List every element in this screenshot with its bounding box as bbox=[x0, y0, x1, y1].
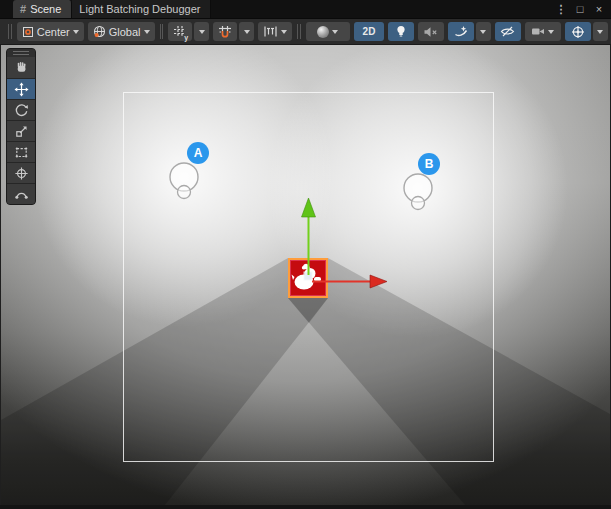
tool-palette bbox=[6, 48, 36, 205]
light-a[interactable] bbox=[166, 159, 202, 205]
dropdown-caret-icon bbox=[332, 30, 338, 34]
pivot-icon bbox=[22, 26, 34, 38]
dropdown-caret-icon bbox=[199, 30, 205, 34]
duck-sprite-icon bbox=[290, 260, 326, 296]
sprite-object[interactable] bbox=[288, 258, 328, 298]
light-a-badge[interactable]: A bbox=[187, 142, 209, 164]
audio-mute-icon bbox=[423, 26, 438, 38]
unity-scene-window: # Scene Light Batching Debugger ⋮ □ × Ce… bbox=[0, 0, 611, 509]
scene-grid-icon: # bbox=[20, 3, 26, 15]
gizmos-axis-icon bbox=[571, 25, 585, 39]
dropdown-caret-icon bbox=[597, 30, 603, 34]
shading-mode-dropdown[interactable] bbox=[306, 22, 350, 41]
grid-visibility-button[interactable]: y bbox=[168, 22, 192, 41]
grid-snap-magnet-icon bbox=[218, 25, 232, 39]
light-bulb-icon bbox=[395, 25, 407, 38]
rect-tool-icon bbox=[14, 145, 29, 160]
snap-increment-dropdown[interactable] bbox=[258, 22, 292, 41]
tool-custom[interactable] bbox=[7, 183, 35, 204]
light-b-label: B bbox=[425, 157, 434, 171]
dropdown-caret-icon bbox=[244, 30, 250, 34]
pivot-mode-label: Center bbox=[37, 26, 70, 38]
grid-visibility-caret[interactable] bbox=[194, 22, 209, 41]
light-b[interactable] bbox=[400, 170, 436, 216]
handle-space-label: Global bbox=[109, 26, 141, 38]
dropdown-caret-icon bbox=[281, 30, 287, 34]
tool-transform[interactable] bbox=[7, 162, 35, 183]
view-2d-toggle[interactable]: 2D bbox=[354, 22, 384, 41]
toolbar-drag-handle[interactable] bbox=[8, 24, 12, 39]
pivot-mode-dropdown[interactable]: Center bbox=[17, 22, 84, 41]
view-2d-label: 2D bbox=[363, 26, 376, 37]
hand-tool-icon bbox=[14, 60, 29, 75]
light-a-label: A bbox=[194, 146, 203, 160]
eye-slash-icon bbox=[500, 25, 515, 38]
scene-lighting-toggle[interactable] bbox=[388, 22, 414, 41]
tool-rect[interactable] bbox=[7, 141, 35, 162]
transform-tool-icon bbox=[14, 166, 29, 181]
window-controls: ⋮ □ × bbox=[555, 0, 611, 18]
close-icon[interactable]: × bbox=[593, 4, 605, 15]
toolbar-drag-handle[interactable] bbox=[160, 24, 164, 39]
tool-scale[interactable] bbox=[7, 120, 35, 141]
tab-scene-label: Scene bbox=[30, 3, 61, 15]
tool-rotate[interactable] bbox=[7, 99, 35, 120]
maximize-icon[interactable]: □ bbox=[574, 4, 586, 15]
shading-sphere-icon bbox=[317, 26, 329, 38]
tab-bar: # Scene Light Batching Debugger ⋮ □ × bbox=[0, 0, 611, 19]
camera-icon bbox=[531, 26, 545, 37]
snap-increment-icon bbox=[263, 25, 278, 38]
dropdown-caret-icon bbox=[144, 30, 150, 34]
handle-space-dropdown[interactable]: Global bbox=[88, 22, 155, 41]
tool-hand[interactable] bbox=[7, 57, 35, 78]
grid-snap-caret[interactable] bbox=[239, 22, 254, 41]
effects-caret[interactable] bbox=[476, 22, 491, 41]
grid-axis-label: y bbox=[184, 34, 188, 41]
grid-snap-button[interactable] bbox=[213, 22, 237, 41]
tab-scene[interactable]: # Scene bbox=[13, 0, 72, 18]
scale-tool-icon bbox=[14, 124, 29, 139]
tool-palette-drag-handle[interactable] bbox=[7, 49, 35, 57]
visibility-toggle[interactable] bbox=[495, 22, 521, 41]
tool-move[interactable] bbox=[7, 78, 35, 99]
tab-debugger-label: Light Batching Debugger bbox=[79, 3, 200, 15]
window-menu-icon[interactable]: ⋮ bbox=[555, 4, 567, 15]
dropdown-caret-icon bbox=[548, 30, 554, 34]
rotate-tool-icon bbox=[14, 103, 29, 118]
gizmos-caret[interactable] bbox=[593, 22, 608, 41]
audio-mute-toggle[interactable] bbox=[418, 22, 444, 41]
gizmos-toggle[interactable] bbox=[565, 22, 591, 41]
dropdown-caret-icon bbox=[480, 30, 486, 34]
tab-light-batching-debugger[interactable]: Light Batching Debugger bbox=[72, 0, 211, 18]
scene-viewport[interactable]: A B bbox=[0, 45, 611, 505]
light-b-badge[interactable]: B bbox=[418, 153, 440, 175]
effects-icon bbox=[454, 25, 468, 38]
effects-toggle[interactable] bbox=[448, 22, 474, 41]
dropdown-caret-icon bbox=[73, 30, 79, 34]
camera-preview-dropdown[interactable] bbox=[525, 22, 561, 41]
window-bottom-edge bbox=[0, 505, 611, 509]
globe-icon bbox=[93, 25, 106, 38]
custom-tools-icon bbox=[14, 187, 29, 202]
move-tool-icon bbox=[14, 82, 29, 97]
toolbar-drag-handle[interactable] bbox=[297, 24, 301, 39]
scene-toolbar: Center Global y bbox=[0, 19, 611, 45]
